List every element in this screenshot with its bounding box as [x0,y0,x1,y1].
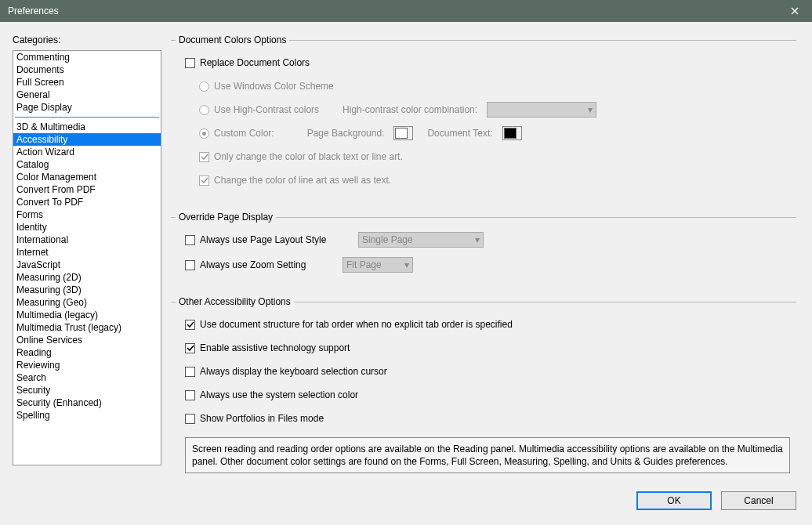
category-item[interactable]: Accessibility [13,133,161,146]
dialog-content: Categories: CommentingDocumentsFull Scre… [0,22,812,483]
close-icon [791,7,799,15]
system-color-checkbox[interactable] [185,390,195,400]
page-bg-label: Page Background: [307,128,385,139]
high-contrast-combo[interactable]: ▾ [487,102,596,118]
portfolios-checkbox[interactable] [185,414,195,424]
info-text: Screen reading and reading order options… [185,437,790,473]
custom-color-radio[interactable] [199,129,209,139]
category-item[interactable]: Convert To PDF [13,196,161,208]
override-group: Override Page Display Always use Page La… [171,212,796,282]
category-item[interactable]: Action Wizard [13,146,161,158]
system-color-label: Always use the system selection color [200,389,358,400]
category-item[interactable]: Security (Enhanced) [13,396,161,409]
category-item[interactable]: International [13,234,161,246]
win-scheme-radio[interactable] [199,81,209,92]
category-item[interactable]: 3D & Multimedia [13,121,161,133]
category-item[interactable]: Search [13,371,161,384]
replace-colors-label: Replace Document Colors [200,57,310,68]
override-legend: Override Page Display [176,212,276,223]
category-item[interactable]: Identity [13,221,161,234]
tab-order-label: Use document structure for tab order whe… [200,319,513,330]
settings-pane: Document Colors Options Replace Document… [168,34,799,470]
categories-pane: Categories: CommentingDocumentsFull Scre… [13,34,161,470]
chevron-down-icon: ▾ [475,234,480,245]
replace-colors-checkbox[interactable] [185,58,195,68]
cancel-button[interactable]: Cancel [721,491,796,510]
custom-color-label: Custom Color: [214,128,274,139]
category-item[interactable]: Multimedia (legacy) [13,309,161,321]
category-item[interactable]: Page Display [13,101,161,114]
doc-colors-legend: Document Colors Options [176,34,289,45]
keyboard-cursor-checkbox[interactable] [185,367,195,377]
only-black-checkbox[interactable] [199,152,209,162]
win-scheme-label: Use Windows Color Scheme [214,81,334,92]
category-item[interactable]: Convert From PDF [13,183,161,196]
category-item[interactable]: Reading [13,346,161,359]
assistive-checkbox[interactable] [185,343,195,353]
lineart-checkbox[interactable] [199,176,209,186]
page-layout-checkbox[interactable] [185,235,195,245]
dialog-footer: OK Cancel [0,483,812,519]
categories-label: Categories: [13,34,161,45]
zoom-combo[interactable]: Fit Page ▾ [343,257,413,273]
zoom-label: Always use Zoom Setting [200,259,333,270]
page-bg-swatch[interactable] [393,126,413,140]
keyboard-cursor-label: Always display the keyboard selection cu… [200,366,387,377]
assistive-label: Enable assistive technology support [200,342,350,353]
portfolios-label: Show Portfolios in Files mode [200,413,324,424]
category-item[interactable]: Measuring (2D) [13,271,161,284]
tab-order-checkbox[interactable] [185,320,195,330]
category-item[interactable]: Online Services [13,334,161,346]
chevron-down-icon: ▾ [404,259,409,270]
zoom-checkbox[interactable] [185,260,195,270]
category-item[interactable]: Multimedia Trust (legacy) [13,321,161,334]
category-item[interactable]: Color Management [13,171,161,183]
category-item[interactable]: Measuring (Geo) [13,296,161,309]
category-item[interactable]: Documents [13,63,161,76]
category-item[interactable]: Full Screen [13,76,161,89]
category-item[interactable]: Internet [13,246,161,259]
high-contrast-radio[interactable] [199,105,209,115]
high-contrast-label: Use High-Contrast colors [214,104,319,115]
titlebar: Preferences [0,0,812,22]
window-title: Preferences [8,5,59,16]
category-item[interactable]: Commenting [13,51,161,63]
category-item[interactable]: Measuring (3D) [13,284,161,296]
chevron-down-icon: ▾ [588,104,593,115]
doc-colors-group: Document Colors Options Replace Document… [171,34,796,197]
other-group: Other Accessibility Options Use document… [171,296,796,476]
categories-list[interactable]: CommentingDocumentsFull ScreenGeneralPag… [13,50,161,465]
high-contrast-combo-label: High-contrast color combination: [343,104,477,115]
page-layout-label: Always use Page Layout Style [200,234,349,245]
page-layout-combo[interactable]: Single Page ▾ [358,232,484,248]
other-legend: Other Accessibility Options [176,296,294,307]
category-item[interactable]: Reviewing [13,359,161,371]
category-item[interactable]: Security [13,384,161,396]
category-item[interactable]: Spelling [13,409,161,422]
close-button[interactable] [778,0,812,22]
category-item[interactable]: General [13,89,161,101]
category-item[interactable]: Forms [13,208,161,221]
category-item[interactable]: JavaScript [13,259,161,271]
lineart-label: Change the color of line art as well as … [214,175,391,186]
doc-text-label: Document Text: [427,128,492,139]
doc-text-swatch[interactable] [502,126,522,140]
ok-button[interactable]: OK [636,491,712,510]
category-item[interactable]: Catalog [13,158,161,171]
only-black-label: Only change the color of black text or l… [214,151,403,162]
